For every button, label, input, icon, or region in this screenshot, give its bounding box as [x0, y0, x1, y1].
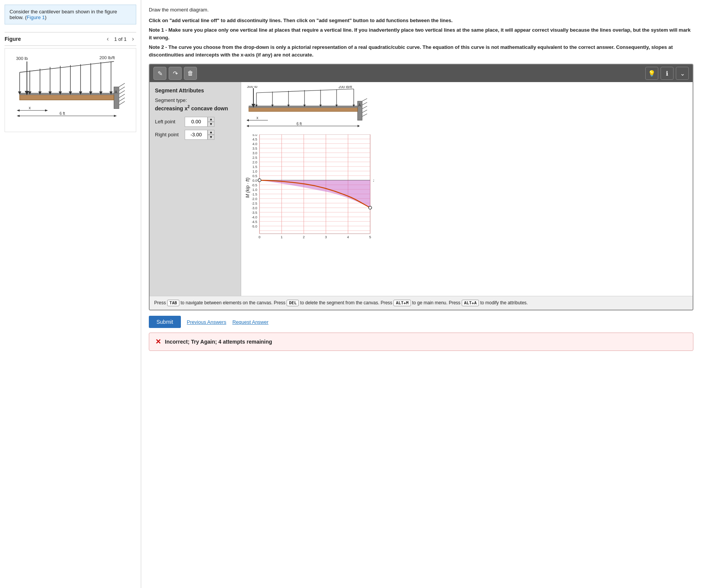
- svg-point-89: [258, 179, 261, 182]
- svg-text:-3.5: -3.5: [252, 211, 257, 215]
- svg-text:4.0: 4.0: [252, 142, 257, 146]
- svg-text:1: 1: [280, 235, 282, 239]
- svg-marker-52: [247, 119, 249, 121]
- svg-text:300 lb: 300 lb: [16, 56, 28, 61]
- left-point-down[interactable]: ▼: [208, 122, 214, 127]
- figure-header: Figure ‹ 1 of 1 ›: [5, 32, 136, 46]
- svg-marker-28: [17, 115, 20, 117]
- left-panel: Consider the cantilever beam shown in th…: [0, 0, 141, 588]
- svg-text:x: x: [29, 106, 31, 110]
- svg-text:-2.0: -2.0: [252, 197, 257, 201]
- pencil-button[interactable]: ✎: [153, 67, 166, 80]
- superscript: 2: [188, 105, 190, 109]
- figure-title: Figure: [5, 36, 21, 42]
- chart-svg[interactable]: 5.0 4.5 4.0 3.5 3.0 2.5 2.0 1.5 1.0 0.5: [252, 134, 374, 241]
- prev-figure-btn[interactable]: ‹: [105, 35, 111, 43]
- svg-line-33: [362, 99, 367, 101]
- redo-icon: ↷: [173, 70, 178, 77]
- left-point-up[interactable]: ▲: [208, 117, 214, 122]
- y-axis-label: M (kip · ft): [245, 178, 250, 198]
- info-icon: ℹ: [666, 70, 668, 77]
- segment-type-value: decreasing x2 concave down: [155, 105, 235, 111]
- svg-rect-39: [249, 106, 358, 108]
- segment-title: Segment Attributes: [155, 87, 235, 94]
- svg-text:2: 2: [303, 235, 305, 239]
- svg-text:2.0: 2.0: [252, 160, 257, 164]
- right-point-field[interactable]: [185, 130, 208, 140]
- previous-answers-button[interactable]: Previous Answers: [187, 319, 226, 325]
- submit-button[interactable]: Submit: [149, 316, 181, 328]
- svg-line-19: [20, 61, 114, 73]
- beam-diagram-top: 300 lb 200 lb/ft x 6 ft A: [245, 86, 371, 132]
- right-point-down[interactable]: ▼: [208, 135, 214, 140]
- left-point-spinner: ▲ ▼: [208, 117, 214, 127]
- redo-button[interactable]: ↷: [169, 67, 182, 80]
- svg-text:-3.0: -3.0: [252, 206, 257, 210]
- instructions: Draw the moment diagram. Click on "add v…: [149, 6, 693, 58]
- svg-point-90: [369, 206, 372, 209]
- del-key: DEL: [287, 300, 299, 306]
- altm-key: ALT+M: [393, 300, 411, 306]
- problem-box: Consider the cantilever beam shown in th…: [5, 5, 136, 24]
- svg-text:-4.5: -4.5: [252, 220, 257, 224]
- chevron-button[interactable]: ⌄: [676, 67, 689, 80]
- svg-line-35: [362, 106, 367, 109]
- svg-rect-8: [20, 93, 114, 95]
- svg-text:0.5: 0.5: [252, 174, 257, 178]
- trash-icon: 🗑: [187, 70, 193, 77]
- right-panel: Draw the moment diagram. Click on "add v…: [141, 0, 701, 588]
- left-point-row: Left point ▲ ▼: [155, 117, 235, 127]
- svg-text:2.5: 2.5: [252, 156, 257, 160]
- info-button[interactable]: ℹ: [661, 67, 674, 80]
- svg-text:-2.5: -2.5: [252, 202, 257, 205]
- svg-rect-7: [20, 94, 114, 100]
- note1: Note 1 - Make sure you place only one ve…: [149, 26, 693, 41]
- page-layout: Consider the cantilever beam shown in th…: [0, 0, 701, 588]
- next-figure-btn[interactable]: ›: [130, 35, 136, 43]
- svg-text:3: 3: [325, 235, 327, 239]
- chart-area: 300 lb 200 lb/ft x 6 ft A: [241, 82, 693, 296]
- left-point-label: Left point: [155, 119, 182, 124]
- svg-text:1.0: 1.0: [252, 170, 257, 173]
- bottom-actions: Submit Previous Answers Request Answer: [149, 316, 693, 328]
- svg-line-40: [256, 89, 354, 93]
- svg-line-2: [119, 87, 125, 91]
- chart-row: M (kip · ft): [245, 134, 689, 241]
- svg-text:200 lb/ft: 200 lb/ft: [338, 86, 352, 89]
- right-point-row: Right point ▲ ▼: [155, 130, 235, 140]
- error-box: ✕ Incorrect; Try Again; 4 attempts remai…: [149, 333, 693, 351]
- diagram-body: Segment Attributes Segment type: decreas…: [150, 82, 693, 296]
- figure-canvas: 300 lb 200 lb/ft x 6 ft A: [5, 48, 136, 132]
- figure-link[interactable]: Figure 1: [27, 15, 45, 20]
- svg-marker-24: [17, 109, 20, 111]
- trash-button[interactable]: 🗑: [184, 67, 197, 80]
- svg-text:-1.0: -1.0: [252, 188, 257, 192]
- right-point-label: Right point: [155, 132, 182, 137]
- svg-line-6: [119, 102, 125, 105]
- chevron-icon: ⌄: [680, 70, 685, 77]
- segment-panel: Segment Attributes Segment type: decreas…: [150, 82, 241, 296]
- svg-line-36: [362, 110, 367, 113]
- svg-text:-1.5: -1.5: [252, 192, 257, 196]
- svg-text:-0.5: -0.5: [252, 183, 257, 187]
- svg-text:6 ft: 6 ft: [297, 122, 302, 126]
- bulb-button[interactable]: 💡: [645, 67, 658, 80]
- error-text: Incorrect; Try Again; 4 attempts remaini…: [165, 339, 272, 345]
- tab-key: TAB: [167, 300, 179, 306]
- svg-marker-55: [247, 125, 249, 127]
- right-point-up[interactable]: ▲: [208, 130, 214, 135]
- svg-text:4: 4: [347, 235, 349, 239]
- svg-text:1.5: 1.5: [252, 165, 257, 169]
- svg-text:200 lb/ft: 200 lb/ft: [100, 55, 115, 60]
- svg-line-5: [119, 98, 125, 102]
- request-answer-button[interactable]: Request Answer: [232, 319, 269, 325]
- chart-container: M (kip · ft): [245, 134, 689, 241]
- svg-text:x: x: [256, 116, 258, 120]
- instruction-main: Draw the moment diagram.: [149, 6, 693, 14]
- pencil-icon: ✎: [158, 70, 163, 77]
- figure-nav-text: 1 of 1: [114, 36, 127, 42]
- figure-nav: ‹ 1 of 1 ›: [105, 35, 136, 43]
- svg-line-1: [119, 83, 125, 87]
- svg-marker-56: [358, 125, 360, 127]
- left-point-field[interactable]: [185, 117, 208, 127]
